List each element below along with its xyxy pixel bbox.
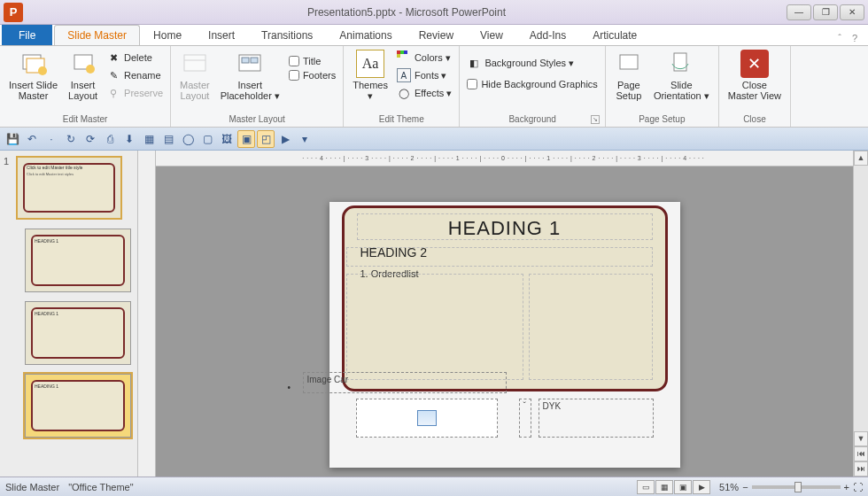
group-background: ◧Background Styles ▾ Hide Background Gra… bbox=[460, 46, 605, 127]
help-icon[interactable]: ? bbox=[849, 31, 861, 45]
thumb-layout-1[interactable]: HEADING 1 bbox=[25, 229, 131, 292]
delete-label: Delete bbox=[124, 52, 152, 63]
svg-rect-9 bbox=[251, 58, 258, 63]
thumbnails-pane: 1 Click to edit Master title style Click… bbox=[0, 151, 138, 477]
thumb-layout-3-selected[interactable]: HEADING 1 bbox=[25, 374, 131, 438]
tab-file[interactable]: File bbox=[2, 25, 52, 45]
small-placeholder[interactable]: ˇ bbox=[519, 399, 531, 438]
tab-transitions[interactable]: Transitions bbox=[248, 25, 326, 45]
insert-placeholder-button[interactable]: Insert Placeholder ▾ bbox=[217, 48, 283, 103]
close-window-button[interactable]: ✕ bbox=[840, 4, 864, 20]
fonts-button[interactable]: AFonts ▾ bbox=[395, 67, 453, 83]
background-styles-button[interactable]: ◧Background Styles ▾ bbox=[465, 55, 599, 71]
qat-btn-6[interactable]: ⬇ bbox=[120, 130, 138, 148]
qat-dropdown-icon[interactable]: ▾ bbox=[296, 130, 314, 148]
themes-button[interactable]: Aa Themes ▾ bbox=[349, 48, 391, 103]
close-master-view-icon: ✕ bbox=[740, 50, 769, 78]
body-right-placeholder[interactable] bbox=[529, 274, 653, 380]
qat-btn-11[interactable]: 🖼 bbox=[218, 130, 236, 148]
colors-button[interactable]: Colors ▾ bbox=[395, 50, 453, 66]
delete-button[interactable]: ✖Delete bbox=[105, 50, 165, 66]
tab-animations[interactable]: Animations bbox=[326, 25, 405, 45]
body-left-placeholder[interactable] bbox=[346, 274, 523, 380]
subtitle-placeholder[interactable] bbox=[346, 247, 653, 267]
close-master-view-button[interactable]: ✕ Close Master View bbox=[725, 48, 785, 103]
vertical-scrollbar[interactable]: ▲ ▼ ⏮ ⏭ bbox=[853, 151, 868, 477]
tab-slide-master[interactable]: Slide Master bbox=[54, 25, 140, 45]
image-car-label: Image Car bbox=[307, 375, 349, 384]
preserve-button[interactable]: ⚲Preserve bbox=[105, 85, 165, 101]
thumb-master[interactable]: Click to edit Master title style Click t… bbox=[16, 156, 122, 220]
slide-orientation-button[interactable]: Slide Orientation ▾ bbox=[650, 48, 713, 103]
tab-home[interactable]: Home bbox=[140, 25, 195, 45]
tab-review[interactable]: Review bbox=[406, 25, 467, 45]
thumb-number: 1 bbox=[4, 156, 12, 167]
svg-rect-14 bbox=[620, 55, 638, 69]
qat-undo-icon[interactable]: ↶ bbox=[23, 130, 41, 148]
main-area: 1 Click to edit Master title style Click… bbox=[0, 151, 868, 477]
status-theme: "Office Theme" bbox=[68, 482, 133, 492]
view-normal-icon[interactable]: ▭ bbox=[637, 480, 655, 494]
qat-btn-7[interactable]: ▦ bbox=[140, 130, 158, 148]
tab-view[interactable]: View bbox=[467, 25, 516, 45]
tab-add-ins[interactable]: Add-Ins bbox=[516, 25, 579, 45]
image-placeholder[interactable] bbox=[356, 399, 498, 438]
ribbon-collapse-icon[interactable]: ˆ bbox=[834, 31, 845, 45]
zoom-fit-button[interactable]: ⛶ bbox=[853, 482, 863, 492]
qat-btn-13[interactable]: ◰ bbox=[257, 130, 275, 148]
background-launcher-icon[interactable]: ↘ bbox=[591, 115, 600, 124]
minimize-button[interactable]: — bbox=[787, 4, 811, 20]
zoom-thumb[interactable] bbox=[794, 482, 802, 492]
zoom-slider[interactable] bbox=[752, 485, 841, 489]
page-setup-button[interactable]: Page Setup bbox=[611, 48, 647, 103]
view-reading-icon[interactable]: ▣ bbox=[674, 480, 692, 494]
zoom-control: 51% − + ⛶ bbox=[719, 482, 863, 492]
zoom-out-button[interactable]: − bbox=[742, 482, 748, 492]
slide-orientation-label: Slide Orientation ▾ bbox=[654, 80, 709, 101]
effects-button[interactable]: ◯Effects ▾ bbox=[395, 85, 453, 101]
zoom-in-button[interactable]: + bbox=[844, 482, 849, 492]
insert-slide-master-button[interactable]: Insert Slide Master bbox=[5, 48, 61, 103]
colors-label: Colors ▾ bbox=[415, 52, 451, 64]
scroll-down-icon[interactable]: ▼ bbox=[854, 431, 868, 446]
scroll-up-icon[interactable]: ▲ bbox=[854, 151, 868, 166]
rename-button[interactable]: ✎Rename bbox=[105, 67, 165, 83]
slide-orientation-icon bbox=[667, 50, 695, 78]
insert-slide-master-label: Insert Slide Master bbox=[9, 80, 58, 101]
title-bar: P Presentation5.pptx - Microsoft PowerPo… bbox=[0, 0, 868, 25]
prev-slide-icon[interactable]: ⏮ bbox=[854, 446, 868, 461]
qat-btn-8[interactable]: ▤ bbox=[159, 130, 177, 148]
qat-redo-icon[interactable]: ↻ bbox=[62, 130, 80, 148]
hide-background-checkbox[interactable]: Hide Background Graphics bbox=[465, 78, 599, 90]
dyk-placeholder[interactable]: DYK bbox=[539, 399, 654, 438]
image-car-placeholder[interactable]: • Image Car bbox=[303, 372, 507, 393]
footers-checkbox-label: Footers bbox=[303, 70, 336, 81]
qat-refresh-icon[interactable]: ⟳ bbox=[81, 130, 99, 148]
picture-icon bbox=[417, 410, 437, 426]
view-slideshow-icon[interactable]: ▶ bbox=[693, 480, 710, 494]
footers-checkbox[interactable]: Footers bbox=[287, 69, 337, 81]
title-checkbox[interactable]: Title bbox=[287, 55, 337, 67]
insert-layout-button[interactable]: Insert Layout bbox=[65, 48, 101, 103]
thumb-layout-2[interactable]: HEADING 1 bbox=[25, 301, 131, 365]
zoom-percent[interactable]: 51% bbox=[719, 482, 739, 492]
tab-insert[interactable]: Insert bbox=[195, 25, 248, 45]
view-sorter-icon[interactable]: ▦ bbox=[655, 480, 673, 494]
qat-btn-14[interactable]: ▶ bbox=[276, 130, 294, 148]
qat-btn-9[interactable]: ◯ bbox=[179, 130, 197, 148]
title-placeholder[interactable] bbox=[357, 213, 653, 240]
qat-btn-12[interactable]: ▣ bbox=[237, 130, 255, 148]
qat-btn-10[interactable]: ▢ bbox=[198, 130, 216, 148]
slide-canvas[interactable]: HEADING 1 HEADING 2 1. Orderedlist • Ima… bbox=[156, 167, 853, 477]
tab-articulate[interactable]: Articulate bbox=[579, 25, 650, 45]
qat-btn-5[interactable]: ⎙ bbox=[101, 130, 119, 148]
group-edit-theme-label: Edit Theme bbox=[349, 112, 453, 127]
hide-background-label: Hide Background Graphics bbox=[481, 79, 597, 89]
view-buttons: ▭ ▦ ▣ ▶ bbox=[637, 480, 710, 494]
svg-rect-10 bbox=[397, 50, 400, 54]
next-slide-icon[interactable]: ⏭ bbox=[854, 461, 868, 477]
page-setup-label: Page Setup bbox=[616, 80, 642, 101]
qat-save-icon[interactable]: 💾 bbox=[4, 130, 21, 148]
close-master-view-label: Close Master View bbox=[728, 80, 781, 101]
maximize-button[interactable]: ❐ bbox=[813, 4, 838, 20]
